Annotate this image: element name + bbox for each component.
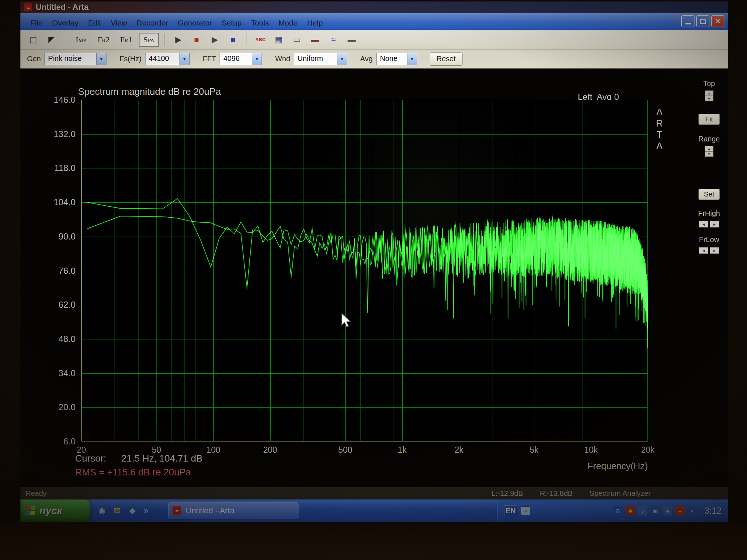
menu-item-help[interactable]: Help bbox=[302, 18, 328, 28]
top-down-button[interactable]: ▼ bbox=[705, 96, 713, 101]
reset-button[interactable]: Reset bbox=[430, 52, 462, 66]
fr-low-right-button[interactable]: ► bbox=[710, 247, 719, 254]
plot-right-panel: Top ▲ ▼ Fit Range ▲ ▼ Set FrHigh ◄ ► FrL… bbox=[691, 79, 727, 254]
x-axis-title: Frequency(Hz) bbox=[529, 461, 648, 471]
fr1-mode-button[interactable]: Fr1 bbox=[116, 33, 136, 47]
new-file-icon[interactable]: ▢ bbox=[26, 33, 41, 47]
window-function-value: Uniform bbox=[294, 53, 337, 65]
spectrum-canvas[interactable] bbox=[81, 100, 648, 442]
imp-mode-button[interactable]: Imp bbox=[71, 33, 91, 47]
status-right-level: R:-13.8dB bbox=[540, 489, 573, 498]
chevron-down-icon[interactable]: ▼ bbox=[337, 53, 347, 65]
window-function-select[interactable]: Uniform ▼ bbox=[294, 53, 347, 65]
arta-watermark-letter: R bbox=[654, 118, 665, 129]
fft-size-select[interactable]: 4096 ▼ bbox=[220, 53, 262, 65]
chevron-down-icon[interactable]: ▼ bbox=[407, 53, 417, 65]
plot-client-area: Spectrum magnitude dB re 20uPa Left Avg … bbox=[20, 69, 728, 487]
minimize-button[interactable] bbox=[681, 15, 694, 27]
y-tick-label: 62.0 bbox=[40, 300, 76, 310]
sine-wave-icon[interactable]: ≈ bbox=[326, 33, 341, 47]
generator-play-icon[interactable]: ▶ bbox=[207, 33, 222, 47]
status-bar: Ready L:-12.9dB R:-13.8dB Spectrum Analy… bbox=[20, 487, 728, 499]
plot-title: Spectrum magnitude dB re 20uPa bbox=[78, 86, 221, 97]
monitor-bezel bbox=[0, 522, 747, 560]
quick-launch: ◉✉◆» bbox=[90, 505, 155, 516]
chevron-down-icon[interactable]: ▼ bbox=[96, 53, 106, 65]
menu-item-tools[interactable]: Tools bbox=[246, 18, 274, 28]
network-tray-icon[interactable]: ▣ bbox=[650, 506, 660, 516]
level-bar-icon[interactable]: ▬ bbox=[307, 33, 323, 47]
chevron-down-icon[interactable]: ▼ bbox=[179, 53, 189, 65]
range-down-button[interactable]: ▼ bbox=[705, 151, 713, 157]
range-up-button[interactable]: ▲ bbox=[705, 146, 713, 151]
system-tray: EN ⌗ B◆♪▣●+◐ 3:12 bbox=[497, 499, 728, 522]
spa-mode-button[interactable]: Spa bbox=[139, 33, 159, 47]
launch-media-icon[interactable]: ◉ bbox=[96, 505, 107, 516]
menu-item-edit[interactable]: Edit bbox=[83, 18, 106, 28]
fr-low-arrows: ◄ ► bbox=[699, 247, 719, 254]
range-spinner: ▲ ▼ bbox=[705, 146, 713, 157]
arta-task-icon: ≈ bbox=[173, 506, 181, 515]
fr-high-label: FrHigh bbox=[698, 209, 720, 218]
window-titlebar: ≈ Untitled - Arta bbox=[20, 1, 728, 13]
arta-watermark-letter: T bbox=[654, 129, 665, 140]
menu-item-overlay[interactable]: Overlay bbox=[47, 18, 83, 28]
launch-mail-icon[interactable]: ✉ bbox=[112, 505, 123, 516]
calibration-icon[interactable]: ABC bbox=[253, 33, 268, 47]
y-tick-label: 132.0 bbox=[40, 129, 76, 139]
plot-area bbox=[81, 100, 648, 442]
restore-button[interactable] bbox=[696, 15, 709, 27]
arta-watermark: ARTA bbox=[654, 106, 665, 152]
fft-label: FFT bbox=[203, 55, 216, 63]
fr-high-right-button[interactable]: ► bbox=[710, 221, 719, 228]
messenger-tray-icon[interactable]: ◆ bbox=[626, 506, 635, 516]
cursor-readout: Cursor: 21.5 Hz, 104.71 dB bbox=[75, 453, 202, 464]
y-tick-label: 20.0 bbox=[40, 402, 76, 412]
keyboard-layout-icon[interactable]: ⌗ bbox=[521, 506, 530, 515]
fr-high-left-button[interactable]: ◄ bbox=[699, 221, 708, 228]
antivirus-tray-icon[interactable]: + bbox=[675, 506, 685, 516]
generator-select[interactable]: Pink noise ▼ bbox=[44, 53, 107, 65]
fit-button[interactable]: Fit bbox=[698, 114, 720, 125]
fr-low-left-button[interactable]: ◄ bbox=[699, 247, 708, 254]
volume-tray-icon[interactable]: ♪ bbox=[638, 506, 647, 516]
top-up-button[interactable]: ▲ bbox=[705, 90, 713, 96]
menu-item-view[interactable]: View bbox=[106, 18, 132, 28]
fr2-mode-button[interactable]: Fr2 bbox=[94, 33, 113, 47]
pointer-flag-icon[interactable]: ◤ bbox=[44, 33, 59, 47]
chevron-down-icon[interactable]: ▼ bbox=[252, 53, 262, 65]
record-play-icon[interactable]: ▶ bbox=[171, 33, 186, 47]
loopback-icon[interactable]: ▭ bbox=[289, 33, 305, 47]
weight-bar-icon[interactable]: ▬ bbox=[344, 33, 359, 47]
menu-item-recorder[interactable]: Recorder bbox=[132, 18, 173, 28]
menu-item-file[interactable]: File bbox=[26, 18, 47, 28]
toolbar-separator bbox=[165, 34, 165, 46]
menu-item-generator[interactable]: Generator bbox=[173, 18, 217, 28]
y-tick-label: 146.0 bbox=[40, 95, 76, 105]
quick-launch-overflow[interactable]: » bbox=[142, 506, 150, 516]
generator-value: Pink noise bbox=[45, 53, 96, 65]
set-button[interactable]: Set bbox=[698, 189, 720, 200]
menu-item-setup[interactable]: Setup bbox=[217, 18, 246, 28]
top-label: Top bbox=[703, 79, 715, 88]
generator-stop-icon[interactable]: ■ bbox=[225, 33, 241, 47]
update-tray-icon[interactable]: ● bbox=[663, 506, 672, 516]
settings-toolbar: Gen Pink noise ▼ Fs(Hz) 44100 ▼ FFT 4096… bbox=[20, 50, 728, 69]
sample-rate-select[interactable]: 44100 ▼ bbox=[145, 53, 190, 65]
bluetooth-tray-icon[interactable]: B bbox=[613, 506, 623, 516]
language-indicator[interactable]: EN bbox=[504, 505, 517, 516]
close-button[interactable]: × bbox=[711, 15, 724, 27]
window-controls: × bbox=[681, 15, 724, 27]
record-stop-icon[interactable]: ■ bbox=[189, 33, 204, 47]
fft-grid-icon[interactable]: ▦ bbox=[271, 33, 286, 47]
scheduler-tray-icon[interactable]: ◐ bbox=[688, 506, 697, 516]
averaging-select[interactable]: None ▼ bbox=[376, 53, 417, 65]
fr-high-arrows: ◄ ► bbox=[699, 221, 719, 228]
start-button[interactable]: пуск bbox=[20, 499, 90, 522]
taskbar-task-button[interactable]: ≈ Untitled - Arta bbox=[168, 502, 299, 520]
status-levels: L:-12.9dB R:-13.8dB Spectrum Analyzer bbox=[491, 489, 651, 498]
launch-messenger-icon[interactable]: ◆ bbox=[127, 505, 138, 516]
restore-icon bbox=[700, 19, 706, 24]
menu-item-mode[interactable]: Mode bbox=[274, 18, 302, 28]
task-button-label: Untitled - Arta bbox=[186, 506, 234, 516]
